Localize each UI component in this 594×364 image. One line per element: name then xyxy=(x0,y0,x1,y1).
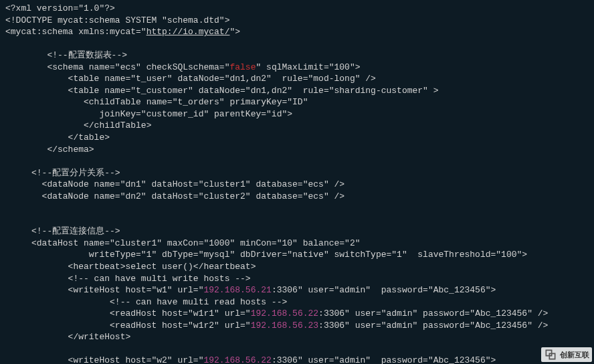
code-line: <heartbeat>select user()</heartbeat> xyxy=(5,262,256,272)
blank-line xyxy=(5,215,11,225)
code-line: </schema> xyxy=(5,145,94,155)
code-line: <childTable name="t_orders" primaryKey="… xyxy=(5,97,308,107)
watermark-text: 创新互联 xyxy=(560,350,589,360)
url-link[interactable]: http://io.mycat/ xyxy=(146,27,230,37)
code-line: <table name="t_customer" dataNode="dn1,d… xyxy=(5,86,439,96)
code-line: <dataNode name="dn1" dataHost="cluster1"… xyxy=(5,179,344,189)
code-line: writeType="1" dbType="mysql" dbDriver="n… xyxy=(5,250,527,260)
code-line: "> xyxy=(229,27,240,37)
code-line: </table> xyxy=(5,132,110,143)
code-line: <!DOCTYPE mycat:schema SYSTEM "schema.dt… xyxy=(5,15,229,25)
blank-line xyxy=(5,156,11,166)
comment-line: <!-- can have multi read hosts --> xyxy=(5,297,287,307)
comment-line: <!--配置数据表--> xyxy=(5,50,127,60)
code-line: <?xml version="1.0"?> xyxy=(5,3,115,13)
code-line: :3306" user="admin" password="Abc_123456… xyxy=(272,355,496,364)
code-line: <writeHost host="w2" url=" xyxy=(5,355,203,364)
ip-address: 192.168.56.23 xyxy=(251,321,318,331)
ip-address: 192.168.56.22 xyxy=(203,355,271,364)
code-line: <dataHost name="cluster1" maxCon="1000" … xyxy=(5,238,361,248)
code-block: <?xml version="1.0"?> <!DOCTYPE mycat:sc… xyxy=(5,3,589,364)
code-line: <mycat:schema xmlns:mycat=" xyxy=(5,27,146,37)
keyword-false: false xyxy=(229,62,256,72)
code-line: <dataNode name="dn2" dataHost="cluster2"… xyxy=(5,191,344,201)
logo-icon xyxy=(544,348,557,361)
code-line: :3306" user="admin" password="Abc_123456… xyxy=(318,308,548,318)
ip-address: 192.168.56.21 xyxy=(203,285,271,295)
code-line: </childTable> xyxy=(5,120,151,130)
comment-line: <!--配置连接信息--> xyxy=(5,226,120,236)
comment-line: <!-- can have multi write hosts --> xyxy=(5,274,251,284)
blank-line xyxy=(5,203,11,213)
blank-line xyxy=(5,39,11,49)
code-line: <writeHost host="w1" url=" xyxy=(5,285,203,295)
comment-line: <!--配置分片关系--> xyxy=(5,168,120,178)
ip-address: 192.168.56.22 xyxy=(251,308,318,318)
code-line: " sqlMaxLimit="100"> xyxy=(256,62,360,72)
code-line: joinKey="customer_id" parentKey="id"> xyxy=(5,109,292,119)
blank-line xyxy=(5,344,11,354)
watermark: 创新互联 xyxy=(541,347,592,362)
code-line: :3306" user="admin" password="Abc_123456… xyxy=(318,321,548,331)
code-line: :3306" user="admin" password="Abc_123456… xyxy=(272,285,496,295)
code-line: <readHost host="w1r1" url=" xyxy=(5,308,251,318)
code-line: </writeHost> xyxy=(5,332,130,342)
code-line: <schema name="ecs" checkSQLschema=" xyxy=(5,62,229,72)
code-line: <table name="t_user" dataNode="dn1,dn2" … xyxy=(5,74,376,84)
code-line: <readHost host="w1r2" url=" xyxy=(5,321,251,331)
